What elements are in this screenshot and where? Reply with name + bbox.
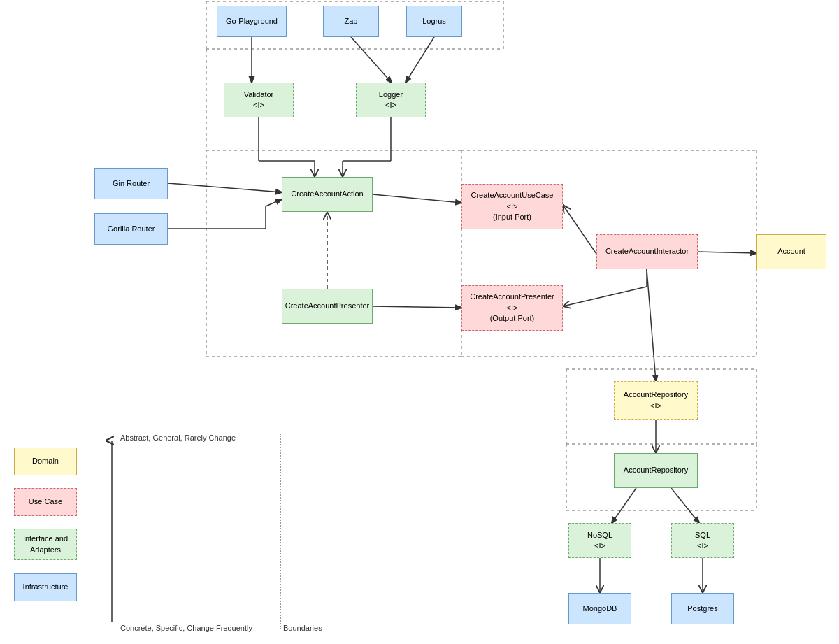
postgres-node: Postgres [671, 593, 734, 624]
create-account-usecase-node: CreateAccountUseCase<I>(Input Port) [461, 184, 563, 229]
svg-line-36 [563, 287, 647, 306]
legend-usecase: Use Case [14, 488, 77, 516]
legend-interface: Interface andAdapters [14, 529, 77, 560]
go-playground-node: Go-Playground [217, 6, 287, 37]
account-repository-yellow-node: AccountRepository<I> [614, 381, 698, 420]
svg-line-32 [563, 205, 596, 254]
create-account-presenter-red-node: CreateAccountPresenter<I>(Output Port) [461, 285, 563, 331]
logger-node: Logger<I> [356, 83, 426, 117]
diagram-container: Go-Playground Zap Logrus Validator<I> Lo… [0, 0, 839, 644]
svg-line-33 [698, 252, 756, 253]
legend-infra: Infrastructure [14, 573, 77, 601]
svg-line-31 [373, 194, 461, 203]
svg-line-27 [168, 183, 282, 192]
gin-router-node: Gin Router [94, 168, 168, 199]
create-account-interactor-node: CreateAccountInteractor [596, 234, 698, 269]
create-account-presenter-green-node: CreateAccountPresenter [282, 289, 373, 324]
svg-line-34 [373, 306, 461, 308]
validator-node: Validator<I> [224, 83, 294, 117]
create-account-action-node: CreateAccountAction [282, 177, 373, 212]
boundaries-label: Boundaries [283, 624, 322, 632]
svg-line-38 [647, 269, 656, 381]
svg-line-30 [266, 199, 282, 206]
boundary-line [280, 434, 281, 629]
axis-arrow [105, 434, 119, 622]
svg-line-40 [612, 488, 636, 523]
logrus-node: Logrus [406, 6, 462, 37]
nosql-node: NoSQL<I> [568, 523, 631, 558]
legend-domain: Domain [14, 448, 77, 475]
zap-node: Zap [323, 6, 379, 37]
abstract-label: Abstract, General, Rarely Change [120, 434, 236, 442]
account-node: Account [756, 234, 826, 269]
sql-node: SQL<I> [671, 523, 734, 558]
mongodb-node: MongoDB [568, 593, 631, 624]
gorilla-router-node: Gorilla Router [94, 213, 168, 245]
concrete-label: Concrete, Specific, Change Frequently [120, 624, 252, 632]
account-repository-green-node: AccountRepository [614, 453, 698, 488]
svg-line-41 [671, 488, 699, 523]
svg-line-20 [406, 37, 434, 83]
svg-line-19 [351, 37, 392, 83]
